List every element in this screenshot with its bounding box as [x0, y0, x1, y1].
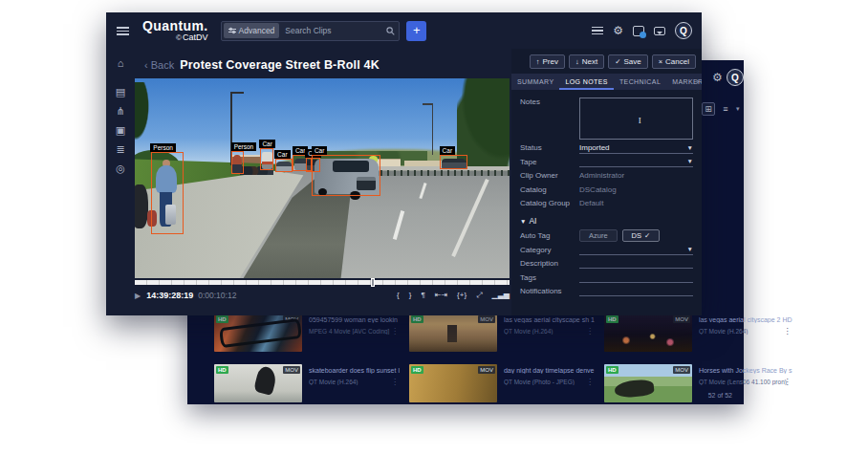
clip-tile[interactable]: HD MOV las vegas aerial cityscape 2 HD Q…	[604, 314, 792, 354]
sidebar-item-productions-icon[interactable]: ▤	[116, 87, 125, 98]
tags-field[interactable]	[579, 272, 693, 283]
clip-header: ‹ Back Protest Coverage Street B-Roll 4K	[144, 54, 380, 76]
chevron-down-icon: ▼	[687, 158, 693, 164]
ai-detection-overlay: PersonPersonCarCarCarCarCarCar	[135, 78, 510, 278]
mark-in-icon[interactable]: {	[397, 291, 400, 300]
tape-select[interactable]: ▼	[579, 156, 693, 167]
ai-section-header[interactable]: ▼AI	[520, 216, 693, 226]
format-badge: MOV	[478, 366, 495, 374]
gear-icon[interactable]: ⚙	[613, 25, 623, 36]
format-badge: MOV	[673, 315, 690, 323]
text-cursor-icon: I	[639, 116, 641, 125]
clip-tile[interactable]: HD MOV 059457599 woman eye lookin MPEG 4…	[214, 314, 400, 354]
video-player[interactable]: PersonPersonCarCarCarCarCarCar	[135, 78, 510, 278]
chevron-down-icon[interactable]: ▾	[736, 105, 740, 113]
kebab-menu-icon[interactable]: ⋮	[586, 378, 594, 386]
marker-icon[interactable]: ¶	[421, 291, 424, 300]
clip-thumbnail[interactable]: HD MOV	[214, 364, 302, 402]
kebab-menu-icon[interactable]: ⋮	[391, 378, 399, 386]
playhead[interactable]	[371, 278, 375, 287]
clip-owner-label: Clip Owner	[520, 171, 579, 180]
notifications-icon[interactable]	[633, 26, 644, 36]
tab-overflow-icon[interactable]: ›	[696, 74, 699, 90]
timecode: 14:39:28:19	[146, 291, 193, 300]
player-controls: ▶ 14:39:28:19 0:00:10:12 {}¶⇤⇥{+}⤢▁▃▅	[135, 288, 510, 303]
page-title: Protest Coverage Street B-Roll 4K	[180, 58, 380, 72]
hd-badge: HD	[216, 315, 228, 323]
clip-thumbnail[interactable]: HD MOV	[604, 364, 692, 402]
hamburger-menu-icon[interactable]	[117, 27, 129, 35]
advanced-search-button[interactable]: Advanced	[224, 23, 280, 38]
mark-out-icon[interactable]: }	[409, 291, 412, 300]
status-select[interactable]: Imported▼	[579, 142, 693, 154]
notes-label: Notes	[520, 98, 579, 106]
sidebar-item-home-icon[interactable]: ⌂	[118, 58, 124, 69]
next-button[interactable]: ↓Next	[569, 54, 604, 69]
tab-summary[interactable]: SUMMARY	[511, 74, 559, 90]
clip-thumbnail[interactable]: HD MOV	[604, 314, 692, 352]
clip-format: QT Movie (H.264)	[504, 328, 595, 335]
sidebar-item-media-icon[interactable]: ▣	[116, 125, 125, 136]
add-button[interactable]: +	[406, 21, 426, 41]
menu-icon[interactable]	[592, 27, 603, 34]
sidebar-item-catalogs-icon[interactable]: ⋔	[116, 106, 124, 117]
clip-tile[interactable]: HD MOV skateboarder does flip sunset l Q…	[214, 364, 400, 404]
tape-label: Tape	[520, 158, 579, 166]
category-select[interactable]: ▼	[579, 245, 693, 255]
clip-title: skateboarder does flip sunset l	[309, 367, 400, 374]
tab-log-notes[interactable]: LOG NOTES	[559, 74, 613, 90]
in-to-out-icon[interactable]: ⇤⇥	[435, 291, 447, 300]
back-button[interactable]: ‹ Back	[144, 59, 174, 71]
cancel-button[interactable]: ×Cancel	[652, 54, 696, 69]
hd-badge: HD	[606, 366, 618, 374]
sidebar-item-approvals-icon[interactable]: ◎	[116, 163, 125, 174]
clip-tile[interactable]: HD MOV day night day timelapse denve QT …	[409, 364, 595, 404]
clip-format: QT Movie (Photo - JPEG)	[504, 379, 595, 385]
avatar[interactable]: Q	[675, 22, 692, 39]
description-label: Description	[520, 259, 579, 268]
kebab-menu-icon[interactable]: ⋮	[586, 327, 594, 336]
detection-label: Car	[312, 146, 327, 155]
auto-tag-ds-button[interactable]: DS✓	[622, 229, 661, 242]
auto-tag-label: Auto Tag	[520, 231, 579, 240]
auto-tag-azure-button[interactable]: Azure	[579, 229, 618, 242]
chat-icon[interactable]	[654, 27, 665, 35]
search-icon[interactable]	[386, 27, 395, 35]
clip-thumbnail[interactable]: HD MOV	[409, 364, 497, 402]
sidebar-item-lists-icon[interactable]: ≣	[116, 144, 124, 155]
save-button[interactable]: ✓Save	[608, 54, 648, 69]
kebab-menu-icon[interactable]: ⋮	[784, 327, 792, 336]
format-badge: MOV	[283, 366, 300, 374]
clip-tile[interactable]: HD MOV Horses with Jockeys Race By s QT …	[604, 364, 792, 404]
search-bar: Advanced	[221, 21, 401, 41]
collapse-triangle-icon: ▼	[520, 218, 526, 225]
description-field[interactable]	[579, 258, 693, 269]
detection-label: Car	[259, 140, 274, 148]
view-toggle-group: ⊞ ≡ ▾	[702, 102, 740, 116]
prev-button[interactable]: ↑Prev	[530, 54, 565, 69]
kebab-menu-icon[interactable]: ⋮	[391, 327, 399, 336]
fullscreen-icon[interactable]: ⤢	[476, 291, 482, 300]
tab-technical[interactable]: TECHNICAL	[614, 74, 666, 90]
sliders-icon	[228, 27, 236, 34]
notes-field[interactable]: I	[579, 98, 693, 140]
clip-tile[interactable]: HD MOV las vegas aerial cityscape sh 1 Q…	[409, 314, 595, 354]
clip-thumbnail[interactable]: HD MOV	[409, 314, 497, 352]
tags-label: Tags	[520, 273, 579, 282]
screenshot-canvas: ⚙ Q ⊞ ≡ ▾ HD MOV 059457599 woman eye loo…	[0, 0, 868, 455]
timeline-scrubber[interactable]	[135, 280, 510, 285]
kebab-menu-icon[interactable]: ⋮	[784, 378, 792, 386]
audio-levels-icon[interactable]: ▁▃▅	[492, 291, 510, 300]
play-icon[interactable]: ▶	[135, 292, 141, 300]
clip-thumbnail[interactable]: HD MOV	[214, 314, 302, 352]
search-input[interactable]	[279, 26, 386, 35]
add-marker-icon[interactable]: {+}	[457, 291, 467, 300]
grid-view-icon[interactable]: ⊞	[702, 102, 715, 116]
list-view-icon[interactable]: ≡	[719, 102, 732, 116]
gear-icon[interactable]: ⚙	[712, 72, 723, 83]
top-right-icons: ⚙ Q	[592, 12, 692, 49]
notifications-field[interactable]	[579, 286, 693, 296]
clip-format: QT Movie (Lens06 41.100 pron)	[699, 379, 792, 385]
product-name: CatDV	[183, 32, 208, 42]
avatar[interactable]: Q	[727, 69, 744, 86]
